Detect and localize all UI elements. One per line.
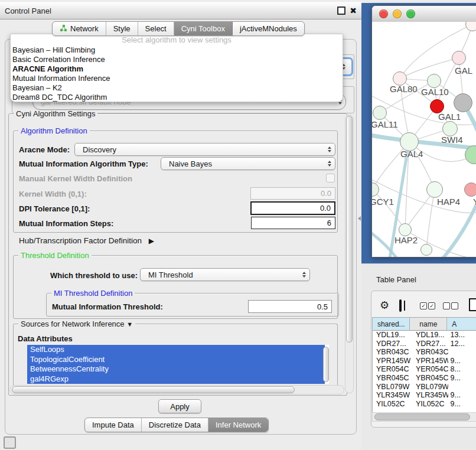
graph-node[interactable] — [454, 93, 472, 112]
table-cell: YDL19... — [373, 331, 410, 340]
settings-vscroll-thumb[interactable] — [346, 116, 353, 343]
dropdown-item-bayesian-hill-climbing[interactable]: Bayesian – Hill Climbing — [11, 45, 343, 55]
dropdown-item-mutual-information-inference[interactable]: Mutual Information Inference — [11, 74, 343, 83]
table-cell — [448, 348, 476, 357]
graph-node-hap2[interactable] — [399, 223, 412, 236]
mi-steps-label: Mutual Information Steps: — [19, 219, 113, 228]
apply-button[interactable]: Apply — [158, 399, 201, 413]
apply-button-label: Apply — [170, 402, 190, 411]
combo-stepper-icon — [302, 269, 306, 281]
sources-list-scrollbar[interactable] — [323, 347, 329, 382]
table-row[interactable]: YDL19...YDL19...13... — [373, 331, 476, 340]
aracne-mode-combo[interactable]: Discovery — [74, 143, 335, 156]
splitter-handle-icon[interactable] — [358, 216, 361, 221]
dropdown-item-basic-correlation-inference[interactable]: Basic Correlation Inference — [11, 55, 343, 64]
column-header-a[interactable]: A — [447, 318, 476, 331]
new-table-icon[interactable] — [469, 298, 476, 311]
table-hscroll-thumb[interactable] — [374, 413, 470, 420]
column-header-name[interactable]: name — [410, 318, 447, 331]
graph-node-y[interactable] — [464, 182, 476, 197]
tab-cyni-toolbox[interactable]: Cyni Toolbox — [174, 22, 233, 35]
clear-all-checkboxes-icon[interactable] — [451, 302, 458, 309]
graph-node-hap4[interactable] — [426, 181, 443, 198]
close-traffic-icon[interactable] — [379, 9, 388, 18]
mutual-info-threshold-field[interactable]: 0.5 — [248, 300, 332, 313]
table-cell: YDR27... — [410, 340, 448, 348]
clear-all-checkboxes-icon[interactable] — [443, 302, 450, 309]
list-item[interactable]: SelfLoops — [27, 345, 325, 355]
network-view-window: GALGAL80GAL10GAL1GAL11SWI4GAL4GCY1HAP4YH… — [371, 5, 476, 257]
table-row[interactable]: YBR045CYBR045C9... — [373, 374, 476, 383]
mi-steps-field[interactable]: 6 — [251, 217, 335, 229]
settings-hscroll-thumb[interactable] — [12, 386, 295, 393]
close-icon[interactable]: ✖ — [350, 6, 357, 15]
data-attributes-list[interactable]: SelfLoopsTopologicalCoefficientBetweenne… — [27, 345, 329, 384]
table-cell: YPR145W — [373, 357, 410, 366]
control-panel-tabs: NetworkStyleSelectCyni ToolboxjActiveMNo… — [52, 21, 305, 36]
graph-node-label: GAL11 — [372, 119, 398, 129]
dpi-tolerance-label: DPI Tolerance [0,1]: — [19, 204, 90, 213]
zoom-traffic-icon[interactable] — [406, 9, 415, 18]
graph-node-label: HAP4 — [437, 197, 460, 207]
list-item[interactable]: TopologicalCoefficient — [27, 355, 325, 365]
node-table: shared...nameA YDL19...YDL19...13...YDR2… — [372, 317, 476, 413]
table-cell: YDL19... — [410, 331, 448, 340]
panel-dock-icon[interactable] — [4, 436, 16, 449]
settings-group-title: Cyni Algorithm Settings — [14, 109, 97, 118]
float-window-icon[interactable] — [337, 6, 345, 15]
tab-infer-network[interactable]: Infer Network — [208, 418, 268, 432]
table-cell: YER054C — [410, 365, 448, 374]
table-row[interactable]: YDR27...YDR27...12... — [373, 340, 476, 348]
graph-node-gal11[interactable] — [373, 106, 387, 120]
gear-icon[interactable]: ⚙ — [380, 300, 389, 311]
list-item[interactable]: BetweennessCentrality — [27, 364, 325, 374]
tab-jactivemnodules[interactable]: jActiveMNodules — [233, 22, 304, 35]
kernel-width-field[interactable]: 0.0 — [250, 187, 335, 200]
column-header-shared[interactable]: shared... — [373, 318, 410, 331]
network-window-titlebar[interactable] — [372, 6, 476, 22]
mi-threshold-definition-title: MI Threshold Definition — [51, 289, 135, 298]
minimize-traffic-icon[interactable] — [393, 9, 402, 18]
graph-node[interactable] — [420, 244, 432, 256]
table-row[interactable]: YBL079WYBL079W — [373, 383, 476, 392]
tab-label: Discretize Data — [149, 420, 201, 429]
table-row[interactable]: YBR043CYBR043C — [373, 348, 476, 357]
graph-node-label: GAL4 — [400, 149, 423, 159]
table-header-row: shared...nameA — [373, 318, 476, 331]
table-row[interactable]: YIL052CYIL052C9... — [373, 400, 476, 409]
algorithm-dropdown-popup: Select algorithm to view settings Bayesi… — [10, 34, 343, 102]
control-panel-title: Control Panel — [5, 6, 51, 15]
table-row[interactable]: YPR145WYPR145W9... — [373, 357, 476, 366]
sources-group-title[interactable]: Sources for Network Inference ▼ — [18, 319, 135, 328]
hub-section-toggle[interactable]: Hub/Transcription Factor Definition ▶ — [19, 236, 154, 245]
dropdown-item-dream8-dc-tdc-algorithm[interactable]: Dream8 DC_TDC Algorithm — [11, 93, 343, 102]
aracne-mode-label: Aracne Mode: — [19, 145, 70, 154]
tab-network[interactable]: Network — [53, 22, 106, 35]
columns-icon[interactable] — [399, 299, 402, 312]
list-item[interactable]: gal4RGexp — [27, 374, 325, 384]
tab-impute-data[interactable]: Impute Data — [85, 418, 142, 432]
network-canvas[interactable]: GALGAL80GAL10GAL1GAL11SWI4GAL4GCY1HAP4YH… — [372, 22, 476, 257]
tab-select[interactable]: Select — [138, 22, 174, 35]
dpi-tolerance-field[interactable]: 0.0 — [250, 201, 335, 215]
table-panel-title: Table Panel — [376, 275, 416, 284]
manual-kernel-checkbox[interactable] — [326, 174, 335, 182]
dropdown-item-bayesian-k2[interactable]: Bayesian – K2 — [11, 83, 343, 93]
table-cell: YIL052C — [373, 400, 410, 409]
graph-node-label: GAL — [455, 66, 472, 76]
select-all-checkboxes-icon[interactable]: ✓ — [420, 302, 427, 309]
tab-style[interactable]: Style — [106, 22, 138, 35]
dropdown-item-list: Bayesian – Hill ClimbingBasic Correlatio… — [11, 45, 343, 102]
graph-node-gal[interactable] — [452, 51, 466, 65]
mi-steps-value: 6 — [327, 219, 331, 227]
table-row[interactable]: YER054CYER054C8... — [373, 365, 476, 374]
table-row[interactable]: YLR345WYLR345W9... — [373, 391, 476, 400]
which-threshold-combo[interactable]: MI Threshold — [140, 268, 310, 281]
table-cell: YBR043C — [410, 348, 448, 357]
dropdown-item-aracne-algorithm[interactable]: ARACNE Algorithm — [11, 64, 343, 74]
mi-algorithm-type-combo[interactable]: Naive Bayes — [161, 157, 335, 170]
tab-discretize-data[interactable]: Discretize Data — [142, 418, 208, 432]
sources-title-label: Sources for Network Inference — [21, 319, 125, 328]
select-all-checkboxes-icon[interactable]: ✓ — [428, 302, 435, 309]
graph-node-gal10[interactable] — [427, 74, 441, 88]
